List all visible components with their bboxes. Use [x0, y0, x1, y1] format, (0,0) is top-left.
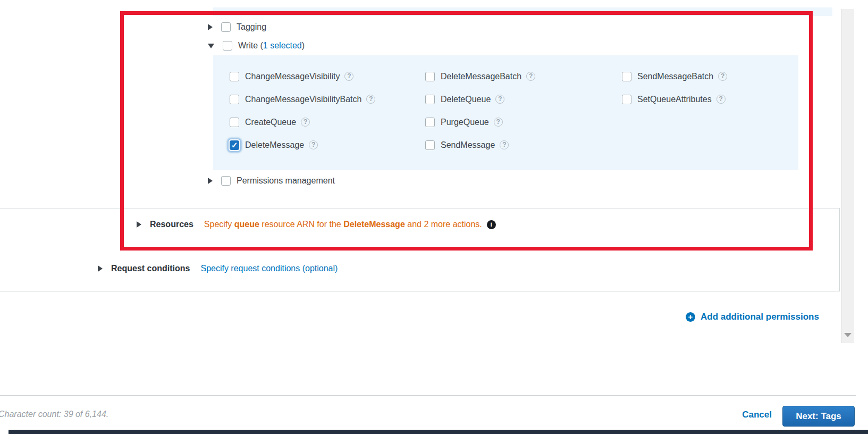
help-icon[interactable] [344, 72, 353, 81]
expand-chevron-icon[interactable] [137, 221, 141, 228]
section-divider [0, 208, 840, 208]
resources-section-row: Resources Specify queue resource ARN for… [137, 218, 496, 231]
tagging-checkbox[interactable] [221, 22, 231, 32]
action-item: ChangeMessageVisibilityBatch [230, 88, 375, 111]
action-label: DeleteMessageBatch [441, 72, 521, 81]
console-footer-bar [9, 430, 868, 434]
add-additional-permissions[interactable]: Add additional permissions [686, 311, 819, 323]
access-level-row-tagging: Tagging [208, 21, 266, 34]
action-item: DeleteMessage [230, 133, 375, 156]
vertical-scrollbar[interactable] [841, 9, 854, 343]
actions-column-2: DeleteMessageBatch DeleteQueue PurgeQueu… [425, 65, 535, 156]
scroll-down-arrow-icon[interactable] [844, 333, 852, 337]
footer-divider [0, 395, 856, 396]
policy-visual-editor-screen: Tagging Write (1 selected) ChangeMessage… [0, 0, 868, 434]
action-checkbox[interactable] [230, 95, 239, 104]
action-item: DeleteQueue [425, 88, 535, 111]
action-item: ChangeMessageVisibility [230, 65, 375, 88]
expand-chevron-icon[interactable] [208, 178, 213, 184]
action-item: DeleteMessageBatch [425, 65, 535, 88]
request-conditions-heading[interactable]: Request conditions [111, 264, 190, 273]
resources-warning-text: Specify queue resource ARN for the Delet… [204, 220, 482, 229]
action-checkbox[interactable] [425, 72, 435, 81]
actions-column-1: ChangeMessageVisibility ChangeMessageVis… [230, 65, 375, 156]
write-paren-open: ( [258, 41, 263, 51]
action-checkbox[interactable] [425, 95, 435, 104]
info-icon[interactable] [487, 220, 496, 229]
action-item: SetQueueAttributes [622, 88, 727, 111]
request-conditions-link[interactable]: Specify request conditions (optional) [200, 264, 338, 273]
help-icon[interactable] [366, 95, 375, 104]
tagging-label: Tagging [237, 22, 266, 32]
action-checkbox[interactable] [230, 140, 239, 150]
write-selected-count[interactable]: 1 selected [263, 41, 302, 51]
add-additional-permissions-label[interactable]: Add additional permissions [701, 312, 819, 322]
action-item: PurgeQueue [425, 111, 535, 133]
next-tags-button[interactable]: Next: Tags [782, 406, 855, 427]
panel-right-border [839, 208, 840, 291]
action-label: SendMessageBatch [637, 72, 713, 81]
action-item: CreateQueue [230, 111, 375, 133]
cancel-button[interactable]: Cancel [742, 410, 772, 420]
write-label: Write [238, 41, 258, 51]
expand-chevron-icon[interactable] [208, 24, 213, 30]
resources-heading[interactable]: Resources [150, 220, 193, 229]
character-count-text: Character count: 39 of 6,144. [0, 410, 108, 419]
help-icon[interactable] [717, 95, 726, 104]
help-icon[interactable] [494, 118, 503, 127]
help-icon[interactable] [526, 72, 535, 81]
scrolled-panel-remnant [213, 7, 832, 16]
action-label: ChangeMessageVisibility [245, 72, 340, 81]
help-icon[interactable] [718, 72, 727, 81]
write-checkbox[interactable] [223, 41, 232, 51]
action-label: ChangeMessageVisibilityBatch [245, 95, 361, 104]
request-conditions-section-row: Request conditions Specify request condi… [98, 262, 338, 275]
expand-chevron-icon[interactable] [98, 265, 103, 272]
access-level-row-permissions-management: Permissions management [208, 174, 335, 187]
write-actions-panel: ChangeMessageVisibility ChangeMessageVis… [213, 55, 798, 170]
action-label: DeleteMessage [245, 140, 304, 150]
help-icon[interactable] [309, 140, 318, 149]
help-icon[interactable] [500, 140, 509, 149]
collapse-chevron-icon[interactable] [208, 44, 214, 48]
permissions-management-label: Permissions management [237, 176, 335, 186]
action-label: CreateQueue [245, 118, 296, 127]
action-checkbox[interactable] [622, 95, 631, 104]
action-label: PurgeQueue [441, 118, 489, 127]
action-label: SetQueueAttributes [637, 95, 712, 104]
section-divider [0, 291, 840, 291]
action-checkbox[interactable] [425, 118, 435, 127]
actions-column-3: SendMessageBatch SetQueueAttributes [622, 65, 727, 111]
action-label: SendMessage [441, 140, 495, 150]
action-checkbox[interactable] [230, 118, 239, 127]
help-icon[interactable] [301, 118, 310, 127]
action-checkbox[interactable] [230, 72, 239, 81]
action-checkbox[interactable] [425, 140, 435, 150]
action-checkbox[interactable] [622, 72, 631, 81]
add-icon[interactable] [686, 312, 695, 322]
action-item: SendMessage [425, 133, 535, 156]
write-paren-close: ) [302, 41, 305, 51]
action-label: DeleteQueue [441, 95, 491, 104]
access-level-row-write: Write (1 selected) [208, 39, 305, 52]
permissions-management-checkbox[interactable] [221, 176, 231, 186]
action-item: SendMessageBatch [622, 65, 727, 88]
help-icon[interactable] [495, 95, 504, 104]
